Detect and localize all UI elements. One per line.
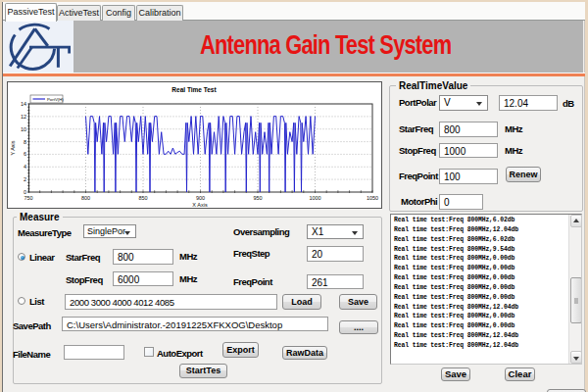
svg-text:Real Time Test: Real Time Test [172, 86, 217, 93]
svg-text:14: 14 [21, 101, 26, 107]
svg-text:6: 6 [24, 151, 26, 157]
svg-text:12: 12 [21, 114, 26, 120]
svg-text:2: 2 [24, 176, 26, 182]
svg-text:850: 850 [138, 195, 147, 201]
svg-text:Y Axis: Y Axis [10, 140, 16, 155]
svg-text:950: 950 [253, 195, 262, 201]
svg-text:10: 10 [21, 126, 26, 132]
svg-text:1000: 1000 [309, 195, 320, 201]
svg-text:4: 4 [24, 164, 26, 170]
svg-text:PortV(H): PortV(H) [47, 97, 64, 102]
svg-text:800: 800 [81, 195, 90, 201]
svg-text:X Axis: X Axis [192, 202, 208, 208]
svg-text:1050: 1050 [367, 195, 378, 201]
svg-text:8: 8 [24, 139, 26, 145]
svg-text:900: 900 [196, 195, 205, 201]
svg-text:750: 750 [24, 195, 32, 201]
